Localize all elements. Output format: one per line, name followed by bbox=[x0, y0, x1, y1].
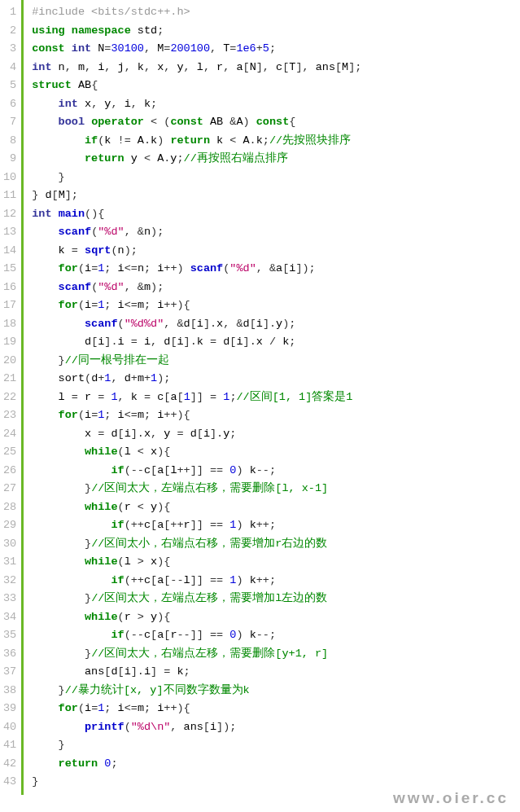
code-line: if(--c[a[r--]] == 0) k--; bbox=[32, 626, 361, 645]
line-number: 19 bbox=[3, 333, 16, 352]
line-number: 11 bbox=[3, 187, 16, 205]
line-number: 2 bbox=[3, 22, 16, 41]
code-line: } bbox=[32, 773, 361, 792]
code-line: for(i=1; i<=n; i++) scanf("%d", &a[i]); bbox=[32, 260, 361, 279]
line-number: 30 bbox=[3, 535, 16, 554]
code-line: while(r < y){ bbox=[32, 498, 361, 517]
code-line: return 0; bbox=[32, 755, 361, 774]
code-line: if(--c[a[l++]] == 0) k--; bbox=[32, 462, 361, 481]
line-number: 10 bbox=[3, 169, 16, 187]
line-number: 22 bbox=[3, 388, 16, 407]
code-line: if(k != A.k) return k < A.k;//先按照块排序 bbox=[32, 132, 361, 151]
line-number: 42 bbox=[3, 755, 16, 774]
watermark: www.oier.cc bbox=[393, 789, 509, 807]
line-number: 23 bbox=[3, 406, 16, 425]
code-container: 1234567891011121314151617181920212223242… bbox=[0, 0, 520, 795]
code-line: printf("%d\n", ans[i]); bbox=[32, 718, 361, 737]
code-line: } bbox=[32, 169, 361, 187]
code-line: } d[M]; bbox=[32, 187, 361, 205]
line-number: 41 bbox=[3, 736, 16, 755]
code-line: d[i].i = i, d[i].k = d[i].x / k; bbox=[32, 333, 361, 352]
code-line: while(r > y){ bbox=[32, 608, 361, 627]
line-number: 25 bbox=[3, 443, 16, 462]
line-number: 43 bbox=[3, 773, 16, 792]
line-number: 18 bbox=[3, 315, 16, 334]
line-number: 5 bbox=[3, 77, 16, 95]
line-number: 36 bbox=[3, 645, 16, 664]
code-line: }//区间太大，右端点左移，需要删除[y+1, r] bbox=[32, 645, 361, 664]
line-number: 33 bbox=[3, 590, 16, 608]
line-number: 40 bbox=[3, 718, 16, 737]
code-line: }//暴力统计[x, y]不同数字数量为k bbox=[32, 682, 361, 700]
line-number: 35 bbox=[3, 626, 16, 645]
code-line: struct AB{ bbox=[32, 77, 361, 95]
code-line: while(l > x){ bbox=[32, 553, 361, 572]
code-line: scanf("%d", &m); bbox=[32, 279, 361, 297]
line-number: 32 bbox=[3, 572, 16, 590]
line-number: 21 bbox=[3, 370, 16, 388]
code-line: }//区间太小，右端点右移，需要增加r右边的数 bbox=[32, 535, 361, 554]
line-number: 20 bbox=[3, 352, 16, 371]
code-line: while(l < x){ bbox=[32, 443, 361, 462]
line-number: 13 bbox=[3, 223, 16, 242]
code-line: if(++c[a[--l]] == 1) k++; bbox=[32, 572, 361, 590]
code-line: for(i=1; i<=m; i++){ bbox=[32, 296, 361, 315]
line-number: 29 bbox=[3, 516, 16, 535]
line-number: 1 bbox=[3, 3, 16, 22]
code-line: #include <bits/stdc++.h> bbox=[32, 3, 361, 22]
code-line: scanf("%d%d", &d[i].x, &d[i].y); bbox=[32, 315, 361, 334]
line-number: 39 bbox=[3, 700, 16, 718]
line-number: 9 bbox=[3, 150, 16, 169]
code-line: ans[d[i].i] = k; bbox=[32, 663, 361, 682]
line-number: 38 bbox=[3, 682, 16, 700]
code-line: } bbox=[32, 736, 361, 755]
code-line: }//区间太大，左端点右移，需要删除[l, x-1] bbox=[32, 480, 361, 498]
line-number: 16 bbox=[3, 279, 16, 297]
line-number: 7 bbox=[3, 113, 16, 132]
code-line: }//同一根号排在一起 bbox=[32, 352, 361, 371]
line-number: 31 bbox=[3, 553, 16, 572]
line-number: 14 bbox=[3, 242, 16, 261]
code-line: bool operator < (const AB &A) const{ bbox=[32, 113, 361, 132]
line-number: 17 bbox=[3, 296, 16, 315]
line-number: 37 bbox=[3, 663, 16, 682]
line-number: 15 bbox=[3, 260, 16, 279]
code-line: using namespace std; bbox=[32, 22, 361, 41]
code-line: int main(){ bbox=[32, 205, 361, 224]
line-number: 6 bbox=[3, 95, 16, 114]
line-number: 3 bbox=[3, 40, 16, 59]
code-line: for(i=1; i<=m; i++){ bbox=[32, 700, 361, 718]
line-number: 12 bbox=[3, 205, 16, 224]
line-number: 27 bbox=[3, 480, 16, 498]
line-number: 26 bbox=[3, 462, 16, 481]
code-body: #include <bits/stdc++.h>using namespace … bbox=[24, 0, 361, 795]
line-number: 28 bbox=[3, 498, 16, 517]
code-line: int x, y, i, k; bbox=[32, 95, 361, 114]
code-line: for(i=1; i<=m; i++){ bbox=[32, 406, 361, 425]
code-line: k = sqrt(n); bbox=[32, 242, 361, 261]
code-line: int n, m, i, j, k, x, y, l, r, a[N], c[T… bbox=[32, 59, 361, 77]
code-line: x = d[i].x, y = d[i].y; bbox=[32, 425, 361, 444]
line-number-gutter: 1234567891011121314151617181920212223242… bbox=[0, 0, 24, 795]
code-line: if(++c[a[++r]] == 1) k++; bbox=[32, 516, 361, 535]
line-number: 34 bbox=[3, 608, 16, 627]
line-number: 8 bbox=[3, 132, 16, 151]
code-line: const int N=30100, M=200100, T=1e6+5; bbox=[32, 40, 361, 59]
code-line: l = r = 1, k = c[a[1]] = 1;//区间[1, 1]答案是… bbox=[32, 388, 361, 407]
code-line: return y < A.y;//再按照右端点排序 bbox=[32, 150, 361, 169]
line-number: 4 bbox=[3, 59, 16, 77]
code-line: }//区间太大，左端点左移，需要增加l左边的数 bbox=[32, 590, 361, 608]
line-number: 24 bbox=[3, 425, 16, 444]
code-line: scanf("%d", &n); bbox=[32, 223, 361, 242]
code-line: sort(d+1, d+m+1); bbox=[32, 370, 361, 388]
